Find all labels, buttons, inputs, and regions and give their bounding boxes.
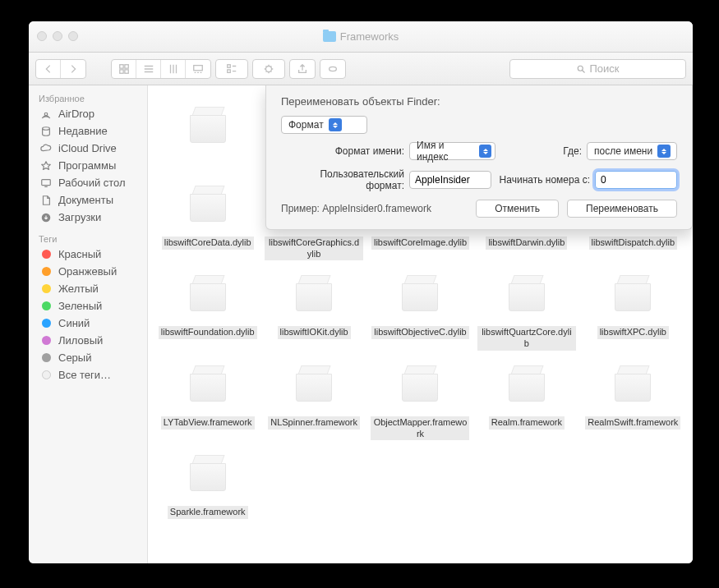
tag-dot-icon xyxy=(42,250,51,259)
sidebar-tag[interactable]: Красный xyxy=(29,246,147,263)
downloads-icon xyxy=(39,212,53,223)
file-item[interactable]: LYTabView.framework xyxy=(156,356,259,441)
file-item[interactable]: RealmSwift.framework xyxy=(582,356,684,441)
file-item[interactable]: libswiftFoundation.dylib xyxy=(156,265,259,351)
file-item[interactable]: ObjectMapper.framework xyxy=(369,356,472,441)
framework-icon xyxy=(174,176,242,233)
framework-icon xyxy=(493,356,560,413)
svg-rect-1 xyxy=(124,64,127,67)
sidebar-item-recent[interactable]: Недавние xyxy=(29,122,147,140)
cancel-button[interactable]: Отменить xyxy=(476,200,559,218)
file-item[interactable]: libswiftObjectiveC.dylib xyxy=(369,265,472,351)
sidebar-tag-label: Серый xyxy=(58,351,91,364)
file-label: RealmSwift.framework xyxy=(585,416,680,430)
sidebar-item-desktop[interactable]: Рабочий стол xyxy=(29,174,147,191)
file-label: libswiftFoundation.dylib xyxy=(159,326,257,339)
sidebar-item-apps[interactable]: Программы xyxy=(29,157,147,174)
title-text: Frameworks xyxy=(340,30,399,43)
file-label: libswiftXPC.dylib xyxy=(597,326,669,339)
framework-icon xyxy=(386,265,454,323)
panel-title: Переименовать объекты Finder: xyxy=(281,95,677,108)
file-label: libswiftObjectiveC.dylib xyxy=(371,326,468,339)
close-icon[interactable] xyxy=(37,31,47,41)
share-button[interactable] xyxy=(290,60,315,78)
svg-rect-2 xyxy=(119,69,122,72)
sidebar-tag[interactable]: Синий xyxy=(29,315,147,332)
sidebar-tag[interactable]: Лиловый xyxy=(29,332,147,349)
folder-icon xyxy=(323,31,336,42)
file-item[interactable]: Sparkle.framework xyxy=(156,445,259,519)
rename-button[interactable]: Переименовать xyxy=(567,200,677,218)
framework-icon xyxy=(280,265,348,323)
sidebar-item-label: Недавние xyxy=(58,125,108,137)
sidebar-item-downloads[interactable]: Загрузки xyxy=(29,209,147,226)
arrange-button[interactable] xyxy=(216,60,247,78)
search-icon xyxy=(576,64,586,74)
search-input[interactable]: Поиск xyxy=(509,59,686,79)
file-label: ObjectMapper.framework xyxy=(371,416,469,441)
sidebar-item-label: Загрузки xyxy=(58,211,101,223)
framework-icon xyxy=(174,97,242,154)
file-item[interactable]: libswiftIOKit.dylib xyxy=(262,265,365,351)
file-label: libswiftIOKit.dylib xyxy=(278,326,351,339)
sidebar-item-label: Документы xyxy=(58,194,113,206)
file-item[interactable] xyxy=(156,97,259,171)
svg-rect-12 xyxy=(42,179,51,185)
list-view-button[interactable] xyxy=(136,60,161,78)
sidebar-header-tags: Теги xyxy=(29,231,147,246)
apps-icon xyxy=(39,160,53,172)
minimize-icon[interactable] xyxy=(53,31,62,41)
gallery-view-button[interactable] xyxy=(186,60,210,78)
tag-button[interactable] xyxy=(320,60,345,78)
file-label: NLSpinner.framework xyxy=(268,416,360,430)
sidebar-item-icloud[interactable]: iCloud Drive xyxy=(29,140,147,157)
file-item[interactable]: libswiftXPC.dylib xyxy=(582,265,684,351)
svg-rect-0 xyxy=(119,64,122,67)
icloud-icon xyxy=(39,143,53,154)
tag-dot-icon xyxy=(42,353,51,362)
svg-rect-3 xyxy=(124,69,127,72)
sidebar-tag[interactable]: Зеленый xyxy=(29,297,147,315)
rename-mode-select[interactable]: Формат xyxy=(281,116,367,134)
icon-view-button[interactable] xyxy=(112,60,136,78)
file-item[interactable]: Realm.framework xyxy=(475,356,578,441)
sidebar-tag[interactable]: Оранжевый xyxy=(29,263,147,280)
svg-point-9 xyxy=(578,66,583,71)
file-label: libswiftCoreImage.dylib xyxy=(371,237,469,250)
framework-icon xyxy=(174,265,242,323)
file-item[interactable]: libswiftCoreData.dylib xyxy=(156,176,259,261)
sidebar-tag-label: Зеленый xyxy=(58,300,102,312)
zoom-icon[interactable] xyxy=(68,31,78,41)
sidebar-tag[interactable]: Желтый xyxy=(29,280,147,297)
tag-dot-icon xyxy=(42,370,51,379)
airdrop-icon xyxy=(39,108,53,120)
action-button-group xyxy=(252,59,285,79)
window-title: Frameworks xyxy=(323,30,399,43)
sidebar-tag[interactable]: Все теги… xyxy=(29,366,147,384)
sidebar-item-airdrop[interactable]: AirDrop xyxy=(29,105,147,122)
svg-rect-4 xyxy=(194,65,203,70)
traffic-lights xyxy=(37,31,78,41)
tag-dot-icon xyxy=(42,336,51,345)
start-number-input[interactable] xyxy=(595,171,677,189)
svg-point-11 xyxy=(43,126,50,130)
column-view-button[interactable] xyxy=(161,60,186,78)
file-label: Sparkle.framework xyxy=(168,506,248,519)
sidebar-item-label: Рабочий стол xyxy=(58,177,126,189)
file-item[interactable]: libswiftQuartzCore.dylib xyxy=(475,265,578,351)
custom-format-input[interactable] xyxy=(409,171,491,189)
back-button[interactable] xyxy=(36,60,61,78)
titlebar: Frameworks xyxy=(29,21,693,53)
where-select[interactable]: после имени xyxy=(587,142,677,160)
name-format-select[interactable]: Имя и индекс xyxy=(409,142,495,160)
sidebar-tag[interactable]: Серый xyxy=(29,349,147,366)
action-button[interactable] xyxy=(253,60,284,78)
file-label: libswiftCoreData.dylib xyxy=(162,237,254,250)
forward-button[interactable] xyxy=(61,60,85,78)
sidebar-item-docs[interactable]: Документы xyxy=(29,191,147,209)
toolbar: Поиск xyxy=(29,53,693,85)
file-item[interactable]: NLSpinner.framework xyxy=(262,356,365,441)
file-label: libswiftQuartzCore.dylib xyxy=(477,326,576,351)
sidebar: Избранное AirDropНедавниеiCloud DriveПро… xyxy=(29,85,148,563)
desktop-icon xyxy=(39,177,53,189)
